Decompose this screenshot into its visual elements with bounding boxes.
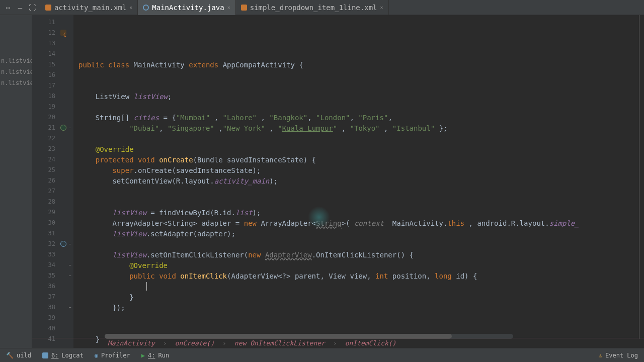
code-line[interactable]: public void onItemClick(AdapterView<?> p… <box>78 271 644 282</box>
line-number: 14 <box>32 49 67 59</box>
project-item[interactable]: n.listviewt <box>0 77 32 88</box>
code-line[interactable] <box>78 81 644 92</box>
code-line[interactable]: setContentView(R.layout.activity_main); <box>78 176 644 187</box>
build-icon: 🔨 <box>6 352 14 359</box>
close-icon[interactable]: ✕ <box>227 5 230 10</box>
line-number-gutter: 1112C13141516171819202122232425262728293… <box>32 15 67 348</box>
play-icon: ▶ <box>141 352 145 359</box>
breadcrumb-item[interactable]: new OnItemClickListener <box>234 339 325 347</box>
line-number: 39 <box>32 313 67 323</box>
fold-gutter[interactable]: −−−−−− <box>67 15 73 348</box>
line-number: 38 <box>32 302 67 313</box>
project-item[interactable]: n.listviewt <box>0 66 32 77</box>
close-icon[interactable]: ✕ <box>380 5 383 10</box>
fold-toggle-icon[interactable]: − <box>68 221 72 225</box>
fold-toggle-icon[interactable]: − <box>68 274 72 278</box>
text-caret <box>146 282 147 291</box>
breadcrumb-item[interactable]: onItemClick() <box>345 339 396 347</box>
warning-icon: ⚠ <box>599 352 602 359</box>
close-icon[interactable]: ✕ <box>129 5 132 10</box>
tab-label: activity_main.xml <box>54 4 126 12</box>
statusbar-label: Logcat <box>61 352 83 359</box>
project-sidebar[interactable]: n.listviewtn.listviewtn.listviewt <box>0 15 32 348</box>
code-line[interactable]: ArrayAdapter<String> adapter = new Array… <box>78 218 644 229</box>
line-number: 26 <box>32 175 67 186</box>
minimize-icon[interactable]: — <box>16 4 24 12</box>
breadcrumb-item[interactable]: onCreate() <box>175 339 214 347</box>
code-editor[interactable]: 1112C13141516171819202122232425262728293… <box>32 15 644 348</box>
code-line[interactable] <box>78 324 644 334</box>
line-number: 22 <box>32 133 67 144</box>
window-controls: ⋯ — ⛶ <box>0 4 40 12</box>
code-line[interactable]: protected void onCreate(Bundle savedInst… <box>78 155 644 165</box>
code-line[interactable] <box>78 134 644 144</box>
xml-file-icon <box>45 5 51 11</box>
code-line[interactable]: @Override <box>78 260 644 271</box>
code-line[interactable]: listView = findViewById(R.id.list); <box>78 208 644 218</box>
class-gutter-icon[interactable]: C <box>60 30 66 36</box>
statusbar-label: Profiler <box>101 352 130 359</box>
statusbar-logcat[interactable]: 6:Logcat <box>42 352 84 359</box>
impl-gutter-icon[interactable] <box>60 241 66 247</box>
editor-tabs: activity_main.xml✕MainActivity.java✕simp… <box>40 0 389 15</box>
line-number: 19 <box>32 102 67 112</box>
code-line[interactable] <box>78 102 644 113</box>
code-line[interactable]: listView.setOnItemClickListener(new Adap… <box>78 250 644 260</box>
code-line[interactable]: listView.setAdapter(adapter); <box>78 229 644 239</box>
override-gutter-icon[interactable] <box>60 125 66 131</box>
line-number: 30 <box>32 218 67 228</box>
title-bar: ⋯ — ⛶ activity_main.xml✕MainActivity.jav… <box>0 0 644 15</box>
line-number: 40 <box>32 323 67 334</box>
line-number: 34 <box>32 260 67 270</box>
statusbar-label: Event Log <box>605 352 638 359</box>
right-margin-guide <box>639 15 639 339</box>
menu-dots-icon[interactable]: ⋯ <box>4 4 12 12</box>
line-number: 31 <box>32 228 67 239</box>
code-line[interactable] <box>78 70 644 81</box>
statusbar-shortcut: 4: <box>148 352 155 359</box>
code-line[interactable]: public class MainActivity extends AppCom… <box>78 60 644 70</box>
code-line[interactable]: "Dubai", "Singapore" ,"New York" , "Kual… <box>78 123 644 134</box>
code-line[interactable]: super.onCreate(savedInstanceState); <box>78 165 644 176</box>
statusbar-run[interactable]: ▶4:Run <box>141 352 169 359</box>
breadcrumb[interactable]: MainActivity›onCreate()›new OnItemClickL… <box>32 338 644 348</box>
tab-label: MainActivity.java <box>152 4 224 12</box>
code-line[interactable]: @Override <box>78 144 644 155</box>
line-number: 33 <box>32 249 67 260</box>
project-item[interactable]: n.listviewt <box>0 55 32 66</box>
tab-activity-main-xml[interactable]: activity_main.xml✕ <box>40 0 138 15</box>
profiler-icon: ◉ <box>95 352 98 359</box>
breadcrumb-item[interactable]: MainActivity <box>108 339 155 347</box>
code-line[interactable] <box>78 187 644 197</box>
code-line[interactable]: }); <box>78 303 644 313</box>
code-line[interactable]: } <box>78 292 644 303</box>
code-line[interactable] <box>78 239 644 250</box>
line-number: 18 <box>32 91 67 102</box>
logcat-icon <box>42 352 48 358</box>
code-line[interactable]: String[] cities = {"Mumbai" , "Lahore" ,… <box>78 113 644 123</box>
code-line[interactable] <box>78 49 644 60</box>
fold-toggle-icon[interactable]: − <box>68 263 72 267</box>
line-number: 24 <box>32 154 67 165</box>
tab-mainactivity-java[interactable]: MainActivity.java✕ <box>138 0 235 15</box>
code-line[interactable] <box>78 197 644 208</box>
tab-simple-dropdown-item-1line-xml[interactable]: simple_dropdown_item_1line.xml✕ <box>236 0 389 15</box>
statusbar-profiler[interactable]: ◉Profiler <box>95 352 130 359</box>
line-number: 29 <box>32 207 67 218</box>
line-number: 28 <box>32 197 67 207</box>
code-line[interactable] <box>78 282 644 292</box>
chevron-right-icon: › <box>333 339 337 347</box>
code-line[interactable]: ListView listView; <box>78 92 644 102</box>
chevron-right-icon: › <box>222 339 226 347</box>
line-number: 11 <box>32 17 67 28</box>
fold-toggle-icon[interactable]: − <box>68 126 72 130</box>
fold-toggle-icon[interactable]: − <box>68 305 72 310</box>
expand-icon[interactable]: ⛶ <box>28 4 36 12</box>
code-line[interactable] <box>78 313 644 324</box>
line-number: 37 <box>32 292 67 302</box>
line-number: 12C <box>32 28 67 38</box>
statusbar-uild[interactable]: 🔨uild <box>6 352 31 359</box>
statusbar-event-log[interactable]: ⚠Event Log <box>599 352 638 359</box>
code-area[interactable]: public class MainActivity extends AppCom… <box>73 15 644 348</box>
fold-toggle-icon[interactable]: − <box>68 242 72 246</box>
